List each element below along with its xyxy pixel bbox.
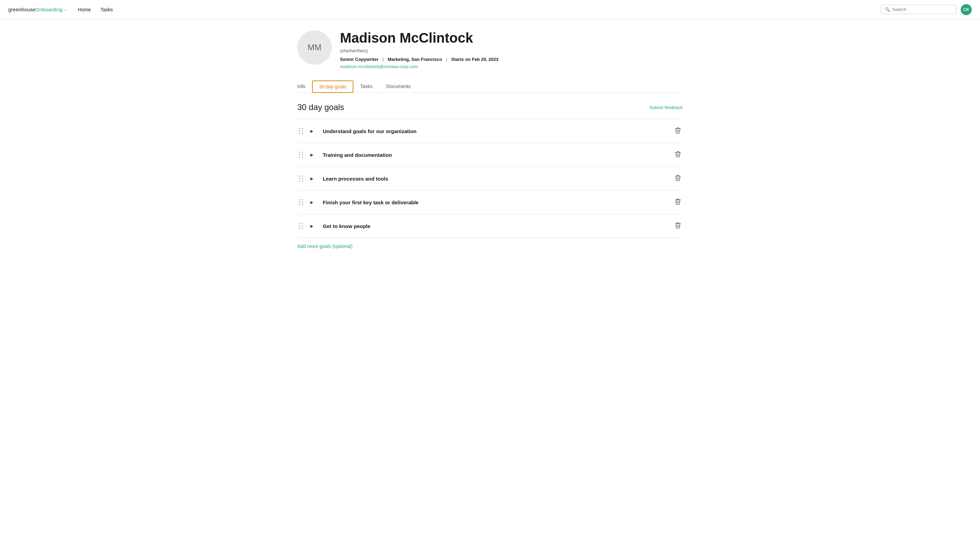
tabs-nav: Info 30 day goals Tasks Documents [297, 80, 683, 93]
tab-tasks[interactable]: Tasks [353, 80, 380, 92]
chevron-down-icon: ⌄ [64, 7, 67, 12]
expand-arrow-icon[interactable]: ▶ [310, 153, 317, 157]
profile-email[interactable]: madison.mcclintock@omniva-corp.com [340, 64, 499, 69]
nav-right: 🔍 CK [881, 4, 972, 15]
goal-text: Training and documentation [323, 152, 668, 158]
nav-links: Home Tasks [78, 7, 881, 13]
profile-info: Madison McClintock (she/her/hers) Senior… [340, 30, 499, 69]
logo-greenhouse: greenhouse [8, 6, 35, 13]
drag-handle[interactable] [297, 128, 305, 134]
logo-onboarding: Onboarding [35, 6, 62, 13]
goal-row: ▶Learn processes and tools [297, 167, 683, 191]
goal-row: ▶Training and documentation [297, 143, 683, 167]
avatar-large: MM [297, 30, 332, 65]
submit-feedback-button[interactable]: Submit feedback [649, 105, 683, 110]
logo[interactable]: greenhouse Onboarding ⌄ [8, 6, 67, 13]
goal-text: Understand goals for our organization [323, 128, 668, 134]
profile-department: Marketing, San Francisco [388, 57, 442, 62]
drag-handle[interactable] [297, 199, 305, 205]
expand-arrow-icon[interactable]: ▶ [310, 200, 317, 205]
search-box[interactable]: 🔍 [881, 5, 956, 14]
main-content: MM Madison McClintock (she/her/hers) Sen… [283, 19, 697, 260]
delete-goal-button[interactable] [673, 173, 683, 184]
goal-text: Get to know people [323, 223, 668, 229]
add-more-goals-button[interactable]: Add more goals (optional) [297, 243, 352, 249]
profile-header: MM Madison McClintock (she/her/hers) Sen… [297, 30, 683, 69]
search-input[interactable] [892, 7, 953, 12]
separator-1: | [383, 57, 384, 62]
search-icon: 🔍 [885, 7, 890, 12]
profile-meta: Senior Copywriter | Marketing, San Franc… [340, 57, 499, 62]
goal-row: ▶Finish your first key task or deliverab… [297, 191, 683, 214]
delete-goal-button[interactable] [673, 125, 683, 137]
drag-handle[interactable] [297, 175, 305, 182]
delete-goal-button[interactable] [673, 221, 683, 232]
expand-arrow-icon[interactable]: ▶ [310, 129, 317, 133]
nav-tasks[interactable]: Tasks [100, 7, 113, 13]
goals-list: ▶Understand goals for our organization ▶… [297, 119, 683, 238]
tab-documents[interactable]: Documents [380, 80, 418, 92]
drag-handle[interactable] [297, 152, 305, 158]
goal-text: Learn processes and tools [323, 176, 668, 182]
goal-row: ▶Get to know people [297, 214, 683, 238]
separator-2: | [446, 57, 447, 62]
navbar: greenhouse Onboarding ⌄ Home Tasks 🔍 CK [0, 0, 980, 19]
goal-text: Finish your first key task or deliverabl… [323, 200, 668, 205]
profile-name: Madison McClintock [340, 30, 499, 45]
avatar[interactable]: CK [961, 4, 972, 15]
delete-goal-button[interactable] [673, 149, 683, 160]
profile-start-date: Starts on Feb 20, 2023 [451, 57, 498, 62]
profile-role: Senior Copywriter [340, 57, 379, 62]
expand-arrow-icon[interactable]: ▶ [310, 224, 317, 229]
expand-arrow-icon[interactable]: ▶ [310, 176, 317, 181]
goal-row: ▶Understand goals for our organization [297, 119, 683, 143]
nav-home[interactable]: Home [78, 7, 91, 13]
drag-handle[interactable] [297, 223, 305, 229]
tab-info[interactable]: Info [297, 80, 312, 92]
section-title: 30 day goals [297, 103, 344, 112]
profile-pronouns: (she/her/hers) [340, 48, 499, 53]
section-header: 30 day goals Submit feedback [297, 103, 683, 112]
delete-goal-button[interactable] [673, 197, 683, 208]
tab-30-day-goals[interactable]: 30 day goals [312, 81, 353, 93]
